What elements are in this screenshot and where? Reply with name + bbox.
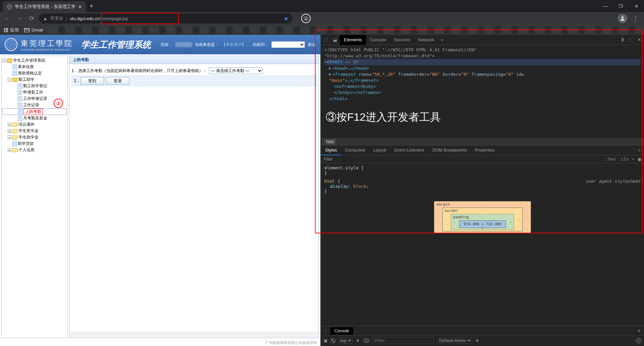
tab-sources[interactable]: Sources: [390, 35, 414, 45]
app-title: 学生工作管理系统: [81, 39, 151, 51]
blurred-bookmarks: [48, 27, 640, 34]
devtools-header: ⬚ ⬓ Elements Console Sources Network » ⋮…: [321, 35, 644, 45]
webapp-frame: 東莞理工學院 DONGGUAN UNIVERSITY OF TECHNOLOGY…: [0, 35, 320, 346]
settings-gear-icon[interactable]: [619, 37, 625, 42]
drawer-menu-icon[interactable]: ⋮: [321, 329, 330, 333]
tab-title: 学生工作管理系统 - 东莞理工学: [15, 4, 75, 10]
tab-computed[interactable]: Computed: [341, 146, 369, 155]
folder-icon: [12, 148, 17, 152]
app-footer: 广州数园网络有限公司版权所有: [0, 339, 320, 346]
new-tab-button[interactable]: +: [90, 3, 94, 10]
tab-elements[interactable]: Elements: [340, 35, 366, 45]
folder-icon: [12, 135, 17, 139]
tab-dom-breakpoints[interactable]: DOM Breakpoints: [428, 146, 471, 155]
main-panel: 上岗考勤 1. 选择工作考勤（当固定岗和寒暑假岗同时在岗时，只可上岗寒暑假岗）：…: [69, 56, 319, 338]
console-tab[interactable]: Console: [330, 327, 353, 335]
annotation-text-3: ③按F12进入开发者工具: [321, 104, 644, 138]
breadcrumb[interactable]: html: [321, 138, 644, 146]
console-sidebar-icon[interactable]: ▣: [324, 338, 327, 343]
bookmarks-bar: 应用 Gmail: [0, 25, 644, 35]
page-icon: [18, 116, 22, 121]
logout-link[interactable]: 退出: [308, 42, 316, 48]
browser-titlebar: 学生工作管理系统 - 东莞理工学 ✕ + — ❐ ✕: [0, 0, 644, 12]
styles-tabs: Styles Computed Layout Event Listeners D…: [321, 146, 644, 156]
page-icon: [12, 71, 17, 76]
log-levels-select[interactable]: Default levels: [437, 337, 472, 344]
address-bar[interactable]: ▲ 不安全 | stu.dgut.edu.cn/homepage.jsp ★: [39, 13, 292, 23]
page-icon: [18, 109, 22, 114]
nav-forward-icon[interactable]: →: [15, 14, 24, 23]
folder-icon: [12, 123, 17, 127]
folder-icon: [12, 78, 17, 82]
tab-close-icon[interactable]: ✕: [78, 4, 82, 9]
signin-button[interactable]: 签到: [80, 77, 104, 84]
tab-console[interactable]: Console: [366, 35, 390, 45]
apps-grid-icon: [4, 28, 8, 32]
window-minimize-icon[interactable]: —: [598, 0, 613, 12]
styles-more-icon[interactable]: »: [635, 146, 644, 155]
inspect-icon[interactable]: ⬚: [321, 37, 330, 42]
page-icon: [12, 65, 17, 69]
tab-properties[interactable]: Properties: [471, 146, 499, 155]
folder-icon: [7, 59, 12, 63]
browser-tab[interactable]: 学生工作管理系统 - 东莞理工学 ✕: [3, 1, 86, 12]
role-label: 当前角色是：: [195, 42, 219, 48]
annotation-circle-1: ①: [301, 14, 311, 23]
devtools-close-icon[interactable]: ✕: [635, 37, 644, 42]
role-value: 【学生用户】，: [222, 42, 250, 48]
cls-toggle[interactable]: .cls: [619, 157, 629, 162]
page-icon: [18, 103, 22, 108]
insecure-icon: ▲: [43, 16, 48, 21]
page-icon: [18, 84, 22, 89]
sidebar-item-attendance[interactable]: 上岗考勤: [2, 108, 67, 115]
work-select[interactable]: — 请选择工作考勤 —: [209, 67, 263, 74]
annotation-circle-2: ②: [54, 99, 63, 108]
horizontal-scrollbar[interactable]: [69, 332, 319, 338]
drawer-close-icon[interactable]: ✕: [634, 329, 644, 333]
tab-event-listeners[interactable]: Event Listeners: [390, 146, 428, 155]
university-logo: 東莞理工學院 DONGGUAN UNIVERSITY OF TECHNOLOGY: [5, 38, 73, 51]
app-header: 東莞理工學院 DONGGUAN UNIVERSITY OF TECHNOLOGY…: [0, 35, 320, 54]
elements-tree[interactable]: <!DOCTYPE html PUBLIC "-//W3C//DTD HTML …: [321, 45, 644, 104]
page-icon: [18, 97, 22, 101]
bookmark-star-icon[interactable]: ★: [284, 15, 288, 22]
live-expression-icon[interactable]: [363, 339, 369, 343]
sidebar-tree[interactable]: −学生工作管理系统 基本信息 资助资格认定 −勤工助学 勤工助学登记 申请新工作…: [1, 56, 68, 338]
gmail-shortcut[interactable]: Gmail: [24, 27, 43, 33]
add-rule-icon[interactable]: +: [632, 157, 634, 162]
tab-layout[interactable]: Layout: [369, 146, 390, 155]
browser-menu-icon[interactable]: ⋮: [630, 15, 641, 22]
apps-shortcut[interactable]: 应用: [4, 27, 19, 33]
console-settings-icon[interactable]: [636, 338, 641, 343]
console-filter-input[interactable]: [373, 337, 434, 344]
clear-console-icon[interactable]: [331, 338, 335, 343]
page-icon: [18, 90, 22, 95]
window-close-icon[interactable]: ✕: [629, 0, 644, 12]
switch-label: 切换到：: [253, 42, 269, 48]
hov-toggle[interactable]: :hov: [606, 157, 615, 162]
toggle-sidebar-icon[interactable]: ▣: [638, 157, 641, 162]
context-select[interactable]: top: [339, 337, 353, 344]
nav-reload-icon[interactable]: ⟳: [27, 14, 36, 23]
svg-point-0: [622, 16, 624, 18]
browser-toolbar: ← → ⟳ ▲ 不安全 | stu.dgut.edu.cn/homepage.j…: [0, 12, 644, 25]
signout-button[interactable]: 签退: [106, 77, 129, 84]
role-switch-select[interactable]: [271, 41, 305, 48]
profile-avatar-icon[interactable]: [618, 14, 627, 23]
page-icon: [12, 141, 17, 146]
devtools-menu-icon[interactable]: ⋮: [625, 37, 635, 42]
step1-label: 选择工作考勤（当固定岗和寒暑假岗同时在岗时，只可上岗寒暑假岗）：: [78, 68, 207, 74]
styles-rules[interactable]: element.style { } html {user agent style…: [321, 163, 644, 196]
more-tabs-icon[interactable]: »: [438, 37, 446, 42]
window-maximize-icon[interactable]: ❐: [613, 0, 629, 12]
main-tab-title: 上岗考勤: [69, 56, 319, 64]
tab-styles[interactable]: Styles: [321, 146, 341, 155]
device-toggle-icon[interactable]: ⬓: [330, 37, 340, 42]
styles-filter-row: Filter :hov .cls + ▣: [321, 156, 644, 163]
insecure-label: 不安全: [50, 15, 63, 21]
tab-network[interactable]: Network: [414, 35, 438, 45]
console-drawer: ⋮ Console ✕ ▣ top ▼ Default levels ▼: [321, 326, 644, 346]
filter-label[interactable]: Filter: [324, 157, 333, 162]
nav-back-icon[interactable]: ←: [3, 14, 12, 23]
greeting-label: 您好，: [161, 42, 173, 48]
